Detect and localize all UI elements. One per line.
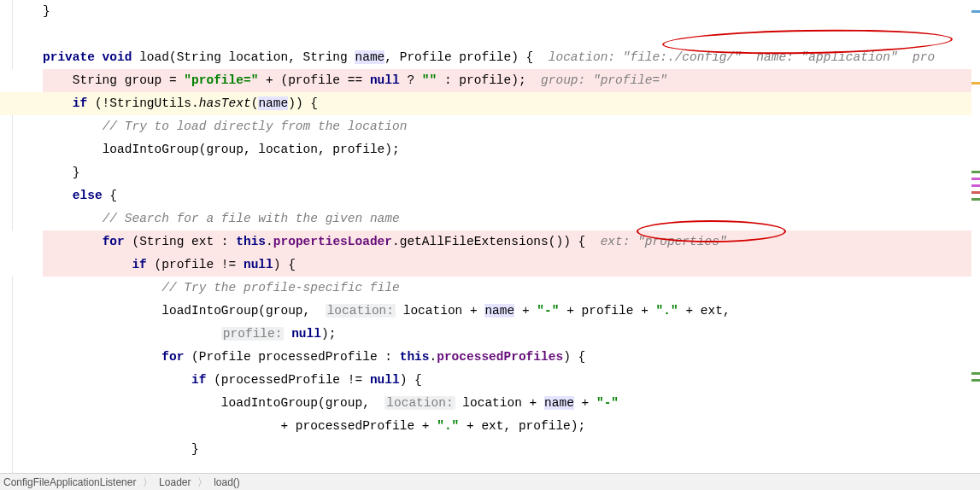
code-line[interactable]: } [0,161,980,184]
code-line[interactable]: // Try the profile-specific file [0,277,980,300]
breadcrumb-item[interactable]: Loader [159,476,191,488]
param-hint: profile: [221,327,285,341]
error-stripe-mark[interactable] [971,379,980,382]
code-line[interactable]: } [0,0,980,23]
code-line[interactable]: loadIntoGroup(group, location: location … [0,392,980,415]
inline-hint: location: "file:./config/" name: "applic… [549,50,935,64]
error-stripe-mark[interactable] [971,198,980,201]
error-stripe-mark[interactable] [971,82,980,85]
breadcrumb[interactable]: ConfigFileApplicationListener 〉 Loader 〉… [0,473,980,490]
breadcrumb-item[interactable]: ConfigFileApplicationListener [3,476,136,488]
error-stripe-mark[interactable] [971,178,980,180]
error-stripe-mark[interactable] [971,171,980,173]
error-stripe-mark[interactable] [971,191,980,194]
code-editor[interactable]: } private void load(String location, Str… [0,0,980,473]
breadcrumb-item[interactable]: load() [214,476,240,488]
code-line[interactable]: for (Profile processedProfile : this.pro… [0,346,980,369]
code-line[interactable]: if (processedProfile != null) { [0,369,980,392]
param-hint: location: [384,396,455,410]
code-line[interactable]: // Search for a file with the given name [0,207,980,230]
breadcrumb-sep: 〉 [194,476,211,488]
code-line[interactable]: if (!StringUtils.hasText(name)) { [0,92,980,115]
error-stripe-mark[interactable] [971,184,980,187]
error-stripe-mark[interactable] [971,372,980,375]
code-line[interactable]: // Try to load directly from the locatio… [0,115,980,138]
error-stripe[interactable] [971,0,980,473]
code-line[interactable]: for (String ext : this.propertiesLoader.… [0,230,980,254]
inline-hint: group: "profile=" [541,73,667,87]
breadcrumb-sep: 〉 [139,476,156,488]
code-line[interactable]: else { [0,184,980,207]
code-line[interactable]: loadIntoGroup(group, location, profile); [0,138,980,161]
inline-hint: ext: "properties" [601,235,727,248]
code-line[interactable]: if (profile != null) { [0,254,980,277]
code-line[interactable]: loadIntoGroup(group, location: location … [0,300,980,323]
code-line[interactable]: private void load(String location, Strin… [0,46,980,69]
error-stripe-mark[interactable] [971,10,980,13]
code-line[interactable]: } [0,438,980,461]
code-line[interactable]: String group = "profile=" + (profile == … [0,69,980,92]
param-hint: location: [326,304,396,318]
code-line[interactable]: profile: null); [0,323,980,346]
code-line[interactable] [0,23,980,46]
code-line[interactable]: + processedProfile + "." + ext, profile)… [0,415,980,438]
